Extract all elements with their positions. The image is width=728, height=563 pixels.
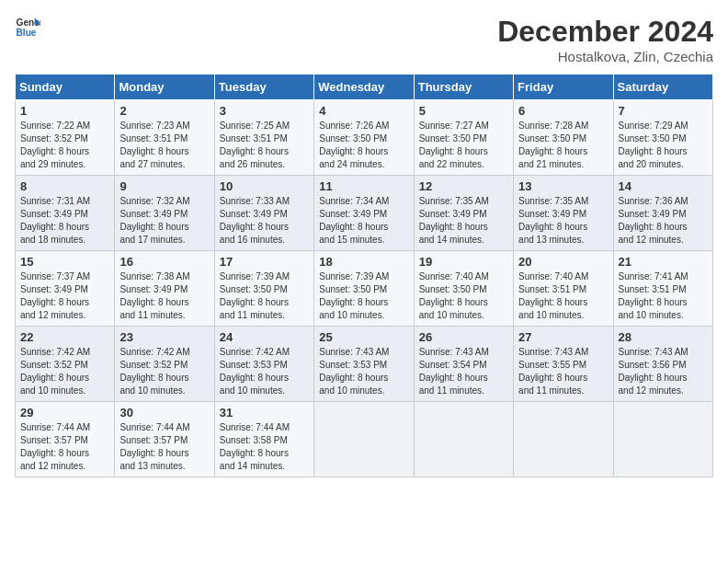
day-number: 27 (518, 330, 608, 344)
daylight-minutes: and 11 minutes. (419, 385, 484, 396)
calendar-cell: 2Sunrise: 7:23 AMSunset: 3:51 PMDaylight… (115, 100, 214, 176)
sunrise-text: Sunrise: 7:39 AM (319, 271, 389, 282)
sunset-text: Sunset: 3:49 PM (20, 209, 88, 219)
daylight-minutes: and 21 minutes. (518, 159, 584, 169)
sunset-text: Sunset: 3:50 PM (319, 284, 387, 294)
weekday-header-saturday: Saturday (613, 75, 712, 100)
cell-info: Sunrise: 7:42 AMSunset: 3:52 PMDaylight:… (119, 346, 209, 397)
sunrise-text: Sunrise: 7:25 AM (220, 121, 290, 131)
daylight-minutes: and 20 minutes. (619, 159, 684, 169)
day-number: 6 (518, 104, 608, 118)
calendar-cell: 11Sunrise: 7:34 AMSunset: 3:49 PMDayligh… (314, 176, 414, 251)
day-number: 13 (518, 179, 608, 193)
calendar-cell: 21Sunrise: 7:41 AMSunset: 3:51 PMDayligh… (613, 251, 712, 327)
calendar-cell: 27Sunrise: 7:43 AMSunset: 3:55 PMDayligh… (514, 327, 613, 402)
sunrise-text: Sunrise: 7:35 AM (518, 196, 588, 206)
sunset-text: Sunset: 3:51 PM (119, 133, 188, 144)
sunset-text: Sunset: 3:56 PM (619, 360, 687, 370)
daylight-minutes: and 10 minutes. (319, 310, 384, 320)
daylight-label: Daylight: 8 hours (419, 146, 488, 156)
calendar-cell: 30Sunrise: 7:44 AMSunset: 3:57 PMDayligh… (115, 402, 214, 477)
daylight-label: Daylight: 8 hours (20, 448, 89, 458)
calendar-cell: 10Sunrise: 7:33 AMSunset: 3:49 PMDayligh… (214, 176, 313, 251)
sunset-text: Sunset: 3:52 PM (20, 360, 88, 370)
sunrise-text: Sunrise: 7:43 AM (619, 347, 688, 357)
daylight-label: Daylight: 8 hours (119, 146, 188, 156)
cell-info: Sunrise: 7:29 AMSunset: 3:50 PMDaylight:… (619, 120, 708, 171)
weekday-header-tuesday: Tuesday (214, 75, 313, 100)
day-number: 21 (619, 255, 708, 269)
day-number: 8 (20, 179, 109, 193)
sunrise-text: Sunrise: 7:43 AM (419, 347, 489, 357)
daylight-label: Daylight: 8 hours (518, 297, 587, 307)
calendar-cell: 22Sunrise: 7:42 AMSunset: 3:52 PMDayligh… (16, 327, 115, 402)
weekday-header-sunday: Sunday (16, 75, 115, 100)
calendar-table: SundayMondayTuesdayWednesdayThursdayFrid… (15, 74, 713, 477)
sunrise-text: Sunrise: 7:43 AM (518, 347, 588, 357)
day-number: 4 (319, 104, 408, 118)
sunset-text: Sunset: 3:49 PM (20, 284, 88, 294)
daylight-minutes: and 10 minutes. (518, 310, 584, 320)
cell-info: Sunrise: 7:44 AMSunset: 3:57 PMDaylight:… (119, 421, 209, 473)
sunset-text: Sunset: 3:55 PM (518, 360, 586, 370)
daylight-minutes: and 26 minutes. (220, 159, 285, 169)
cell-info: Sunrise: 7:43 AMSunset: 3:56 PMDaylight:… (619, 346, 708, 397)
calendar-cell: 16Sunrise: 7:38 AMSunset: 3:49 PMDayligh… (115, 251, 214, 327)
calendar-week-row: 15Sunrise: 7:37 AMSunset: 3:49 PMDayligh… (16, 251, 713, 327)
page-header: General Blue December 2024 Hostalkova, Z… (15, 15, 713, 64)
daylight-minutes: and 18 minutes. (20, 235, 85, 245)
daylight-minutes: and 14 minutes. (220, 461, 285, 471)
sunset-text: Sunset: 3:53 PM (220, 360, 288, 370)
cell-info: Sunrise: 7:32 AMSunset: 3:49 PMDaylight:… (119, 195, 209, 247)
svg-text:Blue: Blue (17, 28, 37, 38)
daylight-minutes: and 10 minutes. (119, 385, 185, 396)
day-number: 26 (419, 330, 508, 344)
daylight-minutes: and 11 minutes. (518, 385, 584, 396)
sunset-text: Sunset: 3:57 PM (20, 435, 88, 445)
calendar-cell: 25Sunrise: 7:43 AMSunset: 3:53 PMDayligh… (314, 327, 414, 402)
sunset-text: Sunset: 3:50 PM (619, 133, 687, 144)
daylight-label: Daylight: 8 hours (20, 373, 89, 383)
daylight-label: Daylight: 8 hours (220, 373, 289, 383)
sunset-text: Sunset: 3:50 PM (419, 133, 487, 144)
daylight-label: Daylight: 8 hours (220, 222, 289, 232)
sunset-text: Sunset: 3:54 PM (419, 360, 487, 370)
daylight-label: Daylight: 8 hours (220, 146, 289, 156)
daylight-minutes: and 16 minutes. (220, 235, 285, 245)
daylight-minutes: and 24 minutes. (319, 159, 384, 169)
day-number: 29 (20, 406, 109, 419)
daylight-minutes: and 10 minutes. (319, 385, 384, 396)
calendar-cell: 4Sunrise: 7:26 AMSunset: 3:50 PMDaylight… (314, 100, 414, 176)
sunset-text: Sunset: 3:49 PM (119, 284, 188, 294)
sunrise-text: Sunrise: 7:29 AM (619, 121, 688, 131)
calendar-cell: 26Sunrise: 7:43 AMSunset: 3:54 PMDayligh… (414, 327, 513, 402)
day-number: 30 (119, 406, 209, 419)
daylight-label: Daylight: 8 hours (419, 373, 488, 383)
day-number: 19 (419, 255, 508, 269)
sunrise-text: Sunrise: 7:38 AM (119, 271, 189, 282)
daylight-minutes: and 13 minutes. (518, 235, 584, 245)
daylight-minutes: and 10 minutes. (419, 310, 484, 320)
daylight-label: Daylight: 8 hours (220, 448, 289, 458)
daylight-minutes: and 12 minutes. (619, 235, 684, 245)
cell-info: Sunrise: 7:37 AMSunset: 3:49 PMDaylight:… (20, 270, 109, 322)
daylight-label: Daylight: 8 hours (619, 146, 688, 156)
sunset-text: Sunset: 3:51 PM (619, 284, 687, 294)
daylight-label: Daylight: 8 hours (119, 448, 188, 458)
weekday-header-thursday: Thursday (414, 75, 513, 100)
cell-info: Sunrise: 7:36 AMSunset: 3:49 PMDaylight:… (619, 195, 708, 247)
sunrise-text: Sunrise: 7:37 AM (20, 271, 90, 282)
calendar-cell: 7Sunrise: 7:29 AMSunset: 3:50 PMDaylight… (613, 100, 712, 176)
calendar-cell (314, 402, 414, 477)
sunset-text: Sunset: 3:50 PM (220, 284, 288, 294)
sunrise-text: Sunrise: 7:26 AM (319, 121, 389, 131)
daylight-minutes: and 11 minutes. (220, 310, 285, 320)
daylight-minutes: and 12 minutes. (20, 310, 85, 320)
weekday-header-friday: Friday (514, 75, 613, 100)
sunset-text: Sunset: 3:57 PM (119, 435, 188, 445)
cell-info: Sunrise: 7:42 AMSunset: 3:53 PMDaylight:… (220, 346, 309, 397)
logo: General Blue (15, 15, 40, 40)
calendar-cell: 5Sunrise: 7:27 AMSunset: 3:50 PMDaylight… (414, 100, 513, 176)
daylight-label: Daylight: 8 hours (319, 297, 388, 307)
sunrise-text: Sunrise: 7:33 AM (220, 196, 290, 206)
